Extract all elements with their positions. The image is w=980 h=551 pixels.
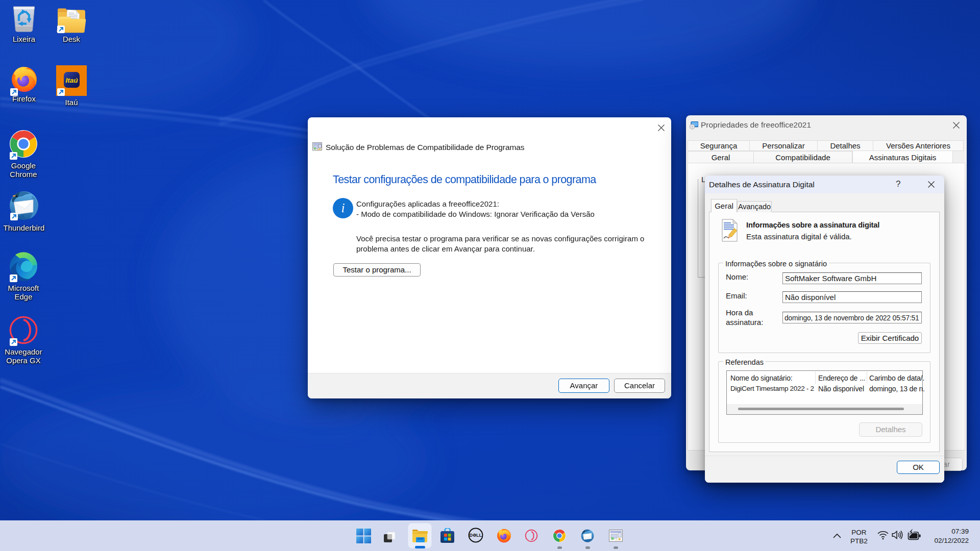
svg-text:Itaú: Itaú — [65, 77, 78, 84]
svg-text:DƏLL: DƏLL — [470, 533, 482, 538]
